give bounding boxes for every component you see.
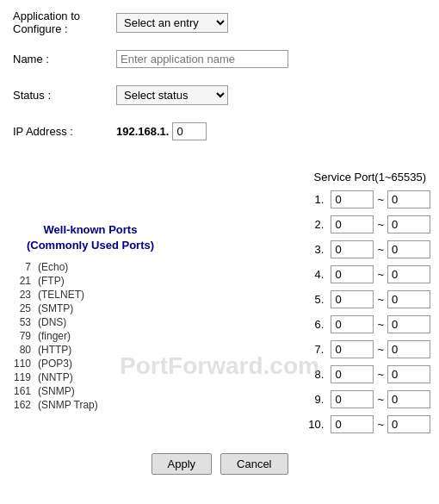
tilde: ~ (377, 343, 384, 356)
well-known-ports-list: 7(Echo)21(FTP)23(TELNET)25(SMTP)53(DNS)7… (9, 260, 172, 412)
apply-button[interactable]: Apply (151, 453, 213, 475)
app-configure-label: Application to Configure : (13, 9, 116, 35)
list-item: 110(POP3) (9, 357, 102, 370)
service-row-num: 9. (302, 393, 324, 406)
service-row-num: 8. (302, 368, 324, 381)
service-row-num: 6. (302, 318, 324, 331)
list-item: 7(Echo) (9, 260, 102, 274)
service-port-end-input[interactable] (387, 215, 430, 233)
service-port-end-input[interactable] (387, 190, 430, 208)
service-row-num: 10. (302, 418, 324, 431)
service-port-row: 3. ~ (172, 240, 430, 258)
tilde: ~ (377, 318, 384, 331)
service-port-end-input[interactable] (387, 415, 430, 433)
name-label: Name : (13, 53, 116, 65)
tilde: ~ (377, 418, 384, 431)
service-row-num: 7. (302, 343, 324, 356)
service-port-end-input[interactable] (387, 340, 430, 358)
service-port-start-input[interactable] (331, 290, 374, 308)
service-port-row: 9. ~ (172, 390, 430, 408)
service-port-row: 5. ~ (172, 290, 430, 308)
service-port-row: 4. ~ (172, 265, 430, 283)
service-port-start-input[interactable] (331, 215, 374, 233)
service-port-row: 7. ~ (172, 340, 430, 358)
tilde: ~ (377, 393, 384, 406)
list-item: 162(SNMP Trap) (9, 398, 102, 412)
list-item: 161(SNMP) (9, 384, 102, 398)
service-port-end-input[interactable] (387, 315, 430, 333)
service-row-num: 3. (302, 243, 324, 256)
service-row-num: 4. (302, 268, 324, 281)
service-row-num: 5. (302, 293, 324, 306)
service-port-end-input[interactable] (387, 290, 430, 308)
service-port-row: 10. ~ (172, 415, 430, 433)
status-label: Status : (13, 89, 116, 102)
tilde: ~ (377, 293, 384, 306)
service-port-start-input[interactable] (331, 190, 374, 208)
list-item: 53(DNS) (9, 315, 102, 329)
service-port-start-input[interactable] (331, 240, 374, 258)
service-row-num: 2. (302, 218, 324, 231)
list-item: 80(HTTP) (9, 343, 102, 357)
tilde: ~ (377, 268, 384, 281)
list-item: 25(SMTP) (9, 302, 102, 315)
service-port-header: Service Port(1~65535) (172, 171, 430, 184)
service-port-start-input[interactable] (331, 265, 374, 283)
service-port-start-input[interactable] (331, 340, 374, 358)
service-port-end-input[interactable] (387, 365, 430, 383)
list-item: 21(FTP) (9, 274, 102, 288)
cancel-button[interactable]: Cancel (220, 453, 288, 475)
list-item: 79(finger) (9, 329, 102, 343)
tilde: ~ (377, 193, 384, 206)
app-configure-select[interactable]: Select an entry (116, 13, 228, 33)
list-item: 119(NNTP) (9, 370, 102, 384)
tilde: ~ (377, 243, 384, 256)
service-port-end-input[interactable] (387, 390, 430, 408)
service-port-start-input[interactable] (331, 365, 374, 383)
service-port-end-input[interactable] (387, 240, 430, 258)
service-row-num: 1. (302, 193, 324, 206)
ip-label: IP Address : (13, 125, 116, 138)
status-select[interactable]: Select status (116, 85, 228, 105)
service-port-row: 1. ~ (172, 190, 430, 208)
list-item: 23(TELNET) (9, 288, 102, 302)
tilde: ~ (377, 368, 384, 381)
service-port-start-input[interactable] (331, 415, 374, 433)
ip-static-part: 192.168.1. (116, 125, 169, 138)
service-port-row: 2. ~ (172, 215, 430, 233)
service-port-row: 8. ~ (172, 365, 430, 383)
service-port-end-input[interactable] (387, 265, 430, 283)
tilde: ~ (377, 218, 384, 231)
well-known-title: Well-known Ports (Commonly Used Ports) (9, 222, 172, 253)
service-port-start-input[interactable] (331, 315, 374, 333)
ip-last-octet-input[interactable] (172, 122, 207, 140)
service-port-start-input[interactable] (331, 390, 374, 408)
service-port-row: 6. ~ (172, 315, 430, 333)
name-input[interactable] (116, 50, 288, 68)
